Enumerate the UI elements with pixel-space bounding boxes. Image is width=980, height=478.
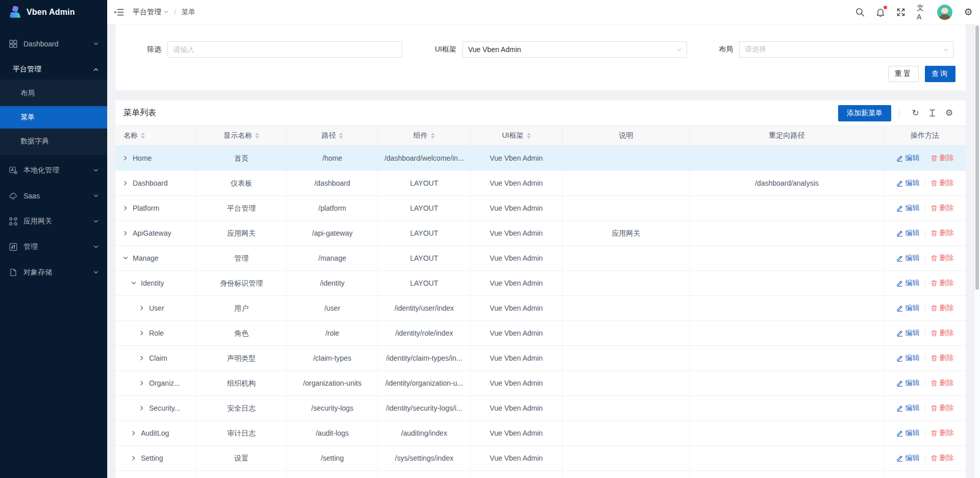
sidebar-item-menu[interactable]: 菜单 <box>0 106 107 129</box>
breadcrumb-parent[interactable]: 平台管理 <box>133 8 169 17</box>
sidebar-item-data-dictionary[interactable]: 数据字典 <box>0 130 107 153</box>
filter-input[interactable] <box>167 41 402 58</box>
search-icon[interactable] <box>855 8 865 17</box>
sort-icon[interactable] <box>255 133 259 139</box>
table-row[interactable]: Platform平台管理/platformLAYOUTVue Vben Admi… <box>115 196 966 221</box>
edit-link[interactable]: 编辑 <box>896 304 920 313</box>
reset-button[interactable]: 重置 <box>888 66 919 82</box>
row-height-icon[interactable] <box>928 109 937 117</box>
logo[interactable]: Vben Admin <box>0 0 107 24</box>
edit-link[interactable]: 编辑 <box>896 204 920 213</box>
avatar[interactable] <box>937 5 952 20</box>
table-row[interactable]: Claim声明类型/claim-types/identity/claim-typ… <box>115 346 966 371</box>
expand-row-icon[interactable] <box>139 330 145 336</box>
delete-link[interactable]: 删除 <box>930 304 954 313</box>
delete-link[interactable]: 删除 <box>930 379 954 388</box>
column-settings-gear-icon[interactable]: ⚙ <box>945 109 953 117</box>
collapse-menu-icon[interactable] <box>114 8 124 16</box>
edit-link[interactable]: 编辑 <box>896 229 920 238</box>
sort-icon[interactable] <box>141 133 145 139</box>
delete-link[interactable]: 删除 <box>930 429 954 438</box>
sidebar-group-platform[interactable]: 平台管理 <box>0 59 107 80</box>
expand-row-icon[interactable] <box>139 305 145 311</box>
expand-row-icon[interactable] <box>131 430 137 436</box>
edit-link[interactable]: 编辑 <box>896 179 920 188</box>
collapse-row-icon[interactable] <box>131 280 137 286</box>
cell-redirect <box>690 196 884 221</box>
edit-link[interactable]: 编辑 <box>896 404 920 413</box>
layout-select[interactable]: 请选择 <box>739 41 953 58</box>
column-header-display-name[interactable]: 显示名称 <box>197 126 287 146</box>
sidebar-item-saas[interactable]: Saas <box>0 186 107 206</box>
cell-path: /manage <box>287 246 378 271</box>
refresh-icon[interactable]: ↻ <box>911 109 920 117</box>
table-row[interactable]: ApiGateway应用网关/api-gatewayLAYOUTVue Vben… <box>115 221 966 246</box>
sidebar-item-dashboard[interactable]: Dashboard <box>0 34 107 54</box>
column-header-path[interactable]: 路径 <box>287 126 378 146</box>
notification-bell-icon[interactable] <box>876 8 885 17</box>
ui-framework-select[interactable]: Vue Vben Admin <box>462 41 687 58</box>
table-row[interactable]: Manage管理/manageLAYOUTVue Vben Admin编辑删除 <box>115 246 966 271</box>
edit-link[interactable]: 编辑 <box>896 429 920 438</box>
cell-redirect <box>690 146 884 171</box>
gateway-icon <box>9 217 17 225</box>
edit-link[interactable]: 编辑 <box>896 379 920 388</box>
delete-link[interactable]: 删除 <box>930 179 954 188</box>
expand-row-icon[interactable] <box>122 205 129 211</box>
sort-icon[interactable] <box>527 133 531 139</box>
delete-link[interactable]: 删除 <box>930 404 954 413</box>
sidebar-item-layout[interactable]: 布局 <box>0 82 107 105</box>
page-scrollbar[interactable] <box>974 24 980 478</box>
chevron-down-icon <box>93 193 99 199</box>
delete-link[interactable]: 删除 <box>930 454 954 463</box>
table-row[interactable] <box>115 471 966 478</box>
edit-link[interactable]: 编辑 <box>896 154 920 163</box>
expand-row-icon[interactable] <box>131 455 137 461</box>
table-row[interactable]: Setting设置/setting/sys/settings/indexVue … <box>115 446 966 471</box>
expand-row-icon[interactable] <box>139 380 145 386</box>
translate-icon[interactable]: 文A <box>917 8 926 17</box>
delete-link[interactable]: 删除 <box>930 329 954 338</box>
column-header-name[interactable]: 名称 <box>115 126 197 146</box>
expand-row-icon[interactable] <box>139 355 145 361</box>
sidebar-item-object-storage[interactable]: 对象存储 <box>0 262 107 283</box>
sort-icon[interactable] <box>339 133 343 139</box>
sort-icon[interactable] <box>431 133 435 139</box>
edit-link[interactable]: 编辑 <box>896 454 920 463</box>
sidebar-item-manage[interactable]: 管理 <box>0 237 107 257</box>
settings-gear-icon[interactable]: ⚙ <box>964 8 973 17</box>
sidebar-item-gateway[interactable]: 应用网关 <box>0 211 107 232</box>
edit-link[interactable]: 编辑 <box>896 354 920 363</box>
expand-row-icon[interactable] <box>122 180 129 186</box>
edit-link[interactable]: 编辑 <box>896 329 920 338</box>
column-header-ui-framework[interactable]: UI框架 <box>471 126 562 146</box>
expand-row-icon[interactable] <box>122 155 129 161</box>
table-row[interactable]: Home首页/home/dashboard/welcome/in...Vue V… <box>115 146 966 171</box>
table-row[interactable]: Organiz...组织机构/organization-units/identi… <box>115 371 966 396</box>
table-row[interactable]: Security...安全日志/security-logs/identity/s… <box>115 396 966 421</box>
delete-link[interactable]: 删除 <box>930 154 954 163</box>
delete-link[interactable]: 删除 <box>930 279 954 288</box>
table-row[interactable]: AuditLog审计日志/audit-logs/auditing/indexVu… <box>115 421 966 446</box>
delete-link[interactable]: 删除 <box>930 229 954 238</box>
edit-link[interactable]: 编辑 <box>896 254 920 263</box>
scrollbar-thumb[interactable] <box>975 26 979 290</box>
collapse-row-icon[interactable] <box>122 255 129 261</box>
fullscreen-icon[interactable] <box>896 8 905 17</box>
table-row[interactable]: Dashboard仪表板/dashboardLAYOUTVue Vben Adm… <box>115 171 966 196</box>
cell-desc <box>562 396 690 421</box>
table-row[interactable]: Identity身份标识管理/identityLAYOUTVue Vben Ad… <box>115 271 966 296</box>
column-header-component[interactable]: 组件 <box>378 126 471 146</box>
delete-link[interactable]: 删除 <box>930 354 954 363</box>
action-divider <box>925 430 925 437</box>
expand-row-icon[interactable] <box>122 230 129 236</box>
delete-link[interactable]: 删除 <box>930 254 954 263</box>
expand-row-icon[interactable] <box>139 405 145 411</box>
edit-link[interactable]: 编辑 <box>896 279 920 288</box>
search-button[interactable]: 查询 <box>925 66 955 82</box>
table-row[interactable]: Role角色/role/identity/role/indexVue Vben … <box>115 321 966 346</box>
sidebar-item-localization[interactable]: 本地化管理 <box>0 160 107 181</box>
add-menu-button[interactable]: 添加新菜单 <box>838 105 891 121</box>
table-row[interactable]: User用户/user/identity/user/indexVue Vben … <box>115 296 966 321</box>
delete-link[interactable]: 删除 <box>930 204 954 213</box>
